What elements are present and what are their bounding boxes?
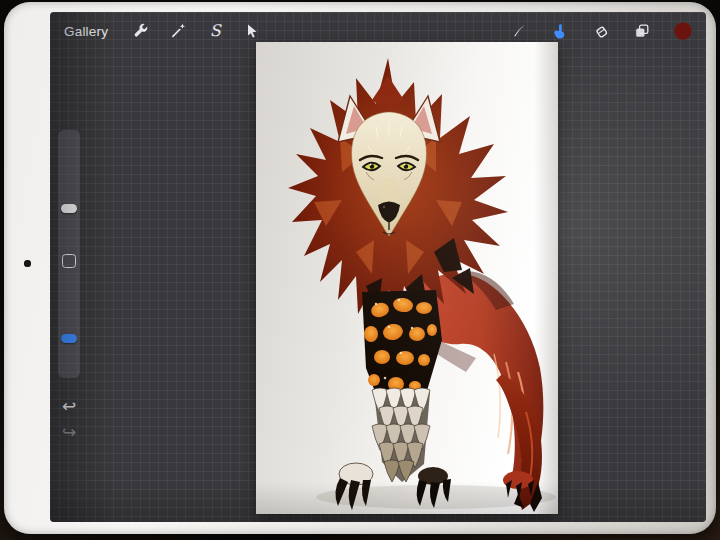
front-camera — [24, 260, 31, 267]
adjustments-button[interactable] — [167, 20, 189, 42]
opacity-slider[interactable] — [61, 334, 77, 343]
color-button[interactable] — [672, 20, 694, 42]
wrench-icon — [132, 22, 150, 40]
actions-button[interactable] — [130, 20, 152, 42]
transform-button[interactable] — [241, 20, 263, 42]
cursor-arrow-icon — [243, 22, 261, 40]
magic-wand-icon — [169, 22, 187, 40]
redo-button[interactable]: ↪ — [58, 424, 80, 441]
toolbar-left-group: S — [130, 20, 263, 42]
selections-button[interactable]: S — [204, 20, 226, 42]
brush-size-slider[interactable] — [61, 204, 77, 213]
tablet-device-frame: Gallery — [4, 2, 716, 534]
drawing-canvas[interactable] — [256, 42, 558, 514]
paint-button[interactable] — [508, 20, 530, 42]
top-toolbar: Gallery — [50, 12, 706, 50]
artwork-wolf-painting — [256, 42, 558, 514]
gallery-button[interactable]: Gallery — [64, 24, 108, 39]
brush-icon — [510, 22, 528, 40]
eraser-icon — [592, 22, 610, 40]
smudge-button[interactable] — [549, 20, 571, 42]
erase-button[interactable] — [590, 20, 612, 42]
undo-button[interactable]: ↩ — [58, 398, 80, 415]
modify-button[interactable] — [62, 254, 76, 268]
selection-s-icon: S — [210, 23, 221, 39]
layers-icon — [633, 22, 651, 40]
sidebar — [58, 130, 80, 378]
toolbar-right-group — [508, 20, 694, 42]
color-swatch-icon — [673, 21, 693, 41]
finger-icon — [551, 22, 569, 40]
app-screen: Gallery — [50, 12, 706, 522]
layers-button[interactable] — [631, 20, 653, 42]
